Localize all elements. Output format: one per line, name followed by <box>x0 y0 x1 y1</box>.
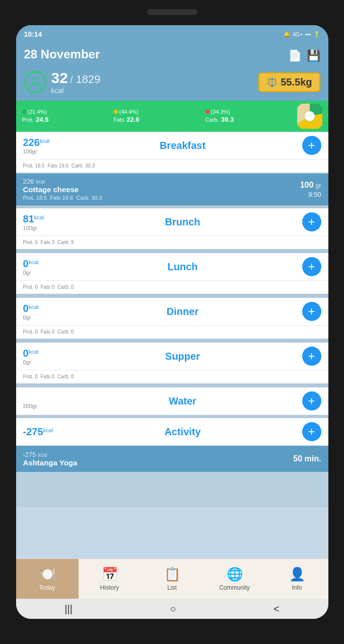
supper-kcal: 0kcal 0gr <box>23 348 63 365</box>
calorie-left: 32 / 1829 kcal <box>24 69 101 95</box>
water-name: Water <box>63 395 302 407</box>
calorie-current: 32 <box>51 69 68 86</box>
export-icon[interactable]: 📄 <box>288 49 302 62</box>
back-button[interactable]: ||| <box>64 603 73 615</box>
calorie-numbers: 32 / 1829 kcal <box>51 69 101 95</box>
meal-breakfast: 226kcal 100gr Breakfast + Prot. 18.5 Fat… <box>16 132 328 205</box>
yoga-item[interactable]: -275 kcal Ashtanga Yoga 50 min. <box>16 446 328 472</box>
fat-pct: (44.4%) <box>119 109 139 115</box>
nav-today[interactable]: 🍽️ Today <box>16 559 79 599</box>
dinner-macros: Prot. 0 Fats 0 Carb. 0 <box>16 326 328 340</box>
save-icon[interactable]: 💾 <box>307 49 320 62</box>
water-amount-label: 200gr <box>23 393 63 409</box>
header-actions: 📄 💾 <box>288 49 320 62</box>
cottage-cheese-item[interactable]: 226 kcal Cottage cheese Prot. 18.5 Fats … <box>16 174 328 205</box>
brunch-kcal: 81kcal 100gr <box>23 213 63 231</box>
community-label: Community <box>219 584 250 591</box>
fat-label-val: Fats 22.6 <box>114 115 205 124</box>
activity-add-button[interactable]: + <box>302 422 321 441</box>
status-icon-alarm: 🔔 <box>284 31 291 38</box>
weight-badge[interactable]: ⚖️ 55.5kg <box>258 72 320 92</box>
home-button[interactable]: ○ <box>170 603 176 615</box>
supper-macros: Prot. 0 Fats 0 Carb. 0 <box>16 370 328 384</box>
supper-add-button[interactable]: + <box>302 347 321 366</box>
carb-label-val: Carb. 39.3 <box>205 115 297 124</box>
brunch-header-row: 81kcal 100gr Brunch + <box>16 208 328 236</box>
yoga-kcal: -275 <box>23 451 36 458</box>
phone-frame: 10:14 🔔 4G+ ▪▪▪ 🔋 28 November 📄 💾 <box>0 0 344 644</box>
brunch-add-button[interactable]: + <box>302 212 321 231</box>
yoga-name: Ashtanga Yoga <box>23 458 78 467</box>
history-label: History <box>100 584 119 591</box>
macro-carb: (34.3%) Carb. 39.3 <box>205 109 297 124</box>
content-scroll[interactable]: 226kcal 100gr Breakfast + Prot. 18.5 Fat… <box>16 132 328 558</box>
status-icon-battery: 🔋 <box>313 31 320 38</box>
status-icon-bars: ▪▪▪ <box>305 31 311 37</box>
header: 28 November 📄 💾 <box>16 43 328 67</box>
nav-community[interactable]: 🌐 Community <box>203 559 266 599</box>
macro-protein: (21.4%) Prot. 24.5 <box>22 109 114 124</box>
activity-header-row: -275kcal Activity + <box>16 418 328 446</box>
phone-screen: 10:14 🔔 4G+ ▪▪▪ 🔋 28 November 📄 💾 <box>16 25 328 619</box>
nav-list[interactable]: 📋 List <box>141 559 203 599</box>
list-label: List <box>167 584 177 591</box>
breakfast-kcal-unit: kcal <box>40 137 50 143</box>
cottage-kcal: 226 <box>23 178 34 185</box>
history-icon: 📅 <box>102 567 118 582</box>
calorie-unit: kcal <box>51 87 101 95</box>
cottage-macros: Prot. 18.5 Fats 19.6 Carb. 30.3 <box>23 195 102 201</box>
brunch-macros: Prot. 6 Fats 3 Carb. 9 <box>16 236 328 250</box>
svg-point-6 <box>305 111 315 121</box>
nav-info[interactable]: 👤 Info <box>266 559 328 599</box>
breakfast-kcal: 226kcal 100gr <box>23 137 63 154</box>
protein-pct: (21.4%) <box>28 109 47 115</box>
info-label: Info <box>292 584 302 591</box>
status-icon-signal: 4G+ <box>293 31 303 37</box>
protein-dot <box>22 110 26 114</box>
protein-label-val: Prot. 24.5 <box>22 115 114 124</box>
status-bar: 10:14 🔔 4G+ ▪▪▪ 🔋 <box>16 25 328 43</box>
brunch-name: Brunch <box>63 216 302 228</box>
list-icon: 📋 <box>164 567 180 582</box>
cottage-time: 9:50 <box>300 191 321 198</box>
macro-pie-chart <box>297 104 322 129</box>
calorie-slash: / <box>70 74 76 85</box>
calorie-row: 32 / 1829 kcal ⚖️ 55.5kg <box>16 67 328 101</box>
today-label: Today <box>39 584 55 591</box>
menu-button[interactable]: < <box>273 603 280 615</box>
lunch-kcal: 0kcal 0gr <box>23 258 63 276</box>
info-icon: 👤 <box>289 567 305 582</box>
dinner-header-row: 0kcal 0gr Dinner + <box>16 298 328 326</box>
status-icons: 🔔 4G+ ▪▪▪ 🔋 <box>284 31 320 38</box>
water-header-row: 200gr Water + <box>16 387 328 415</box>
supper-name: Supper <box>63 351 302 362</box>
calorie-total: 1829 <box>76 73 100 86</box>
water-add-button[interactable]: + <box>302 391 321 411</box>
weight-icon: ⚖️ <box>266 76 278 88</box>
breakfast-add-button[interactable]: + <box>302 136 321 155</box>
bottom-nav: 🍽️ Today 📅 History 📋 List 🌐 Community 👤 … <box>16 558 328 599</box>
svg-point-0 <box>33 76 37 80</box>
dinner-kcal: 0kcal 0gr <box>23 303 63 320</box>
meal-water: 200gr Water + <box>16 387 328 415</box>
header-date: 28 November <box>24 47 100 61</box>
lunch-name: Lunch <box>63 261 302 273</box>
lunch-macros: Prot. 0 Fats 0 Carb. 0 <box>16 281 328 295</box>
breakfast-macros: Prot. 18.5 Fats 19.6 Carb. 30.3 <box>16 159 328 174</box>
community-icon: 🌐 <box>227 567 243 582</box>
lunch-add-button[interactable]: + <box>302 257 321 276</box>
breakfast-macros-text: Prot. 18.5 Fats 19.6 Carb. 30.3 <box>23 163 95 169</box>
nav-history[interactable]: 📅 History <box>79 559 141 599</box>
fat-dot <box>114 110 118 114</box>
meal-dinner: 0kcal 0gr Dinner + Prot. 0 Fats 0 Carb. … <box>16 298 328 340</box>
macro-fat: (44.4%) Fats 22.6 <box>114 109 205 124</box>
breakfast-name: Breakfast <box>63 140 302 151</box>
activity-name: Activity <box>63 426 302 438</box>
dinner-add-button[interactable]: + <box>302 302 321 321</box>
supper-header-row: 0kcal 0gr Supper + <box>16 343 328 370</box>
person-icon <box>24 71 46 93</box>
breakfast-amount: 100gr <box>23 148 63 154</box>
cottage-amount: 100 gr <box>300 181 321 190</box>
breakfast-header-row: 226kcal 100gr Breakfast + <box>16 132 328 159</box>
phone-speaker <box>147 9 197 15</box>
